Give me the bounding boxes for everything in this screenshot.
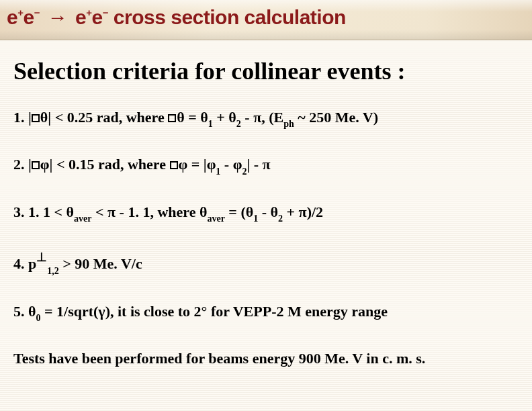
c2-sub-b: 2 [242, 167, 247, 177]
delta-box-icon [32, 161, 40, 169]
c1-sub-b: 2 [236, 119, 241, 129]
c3-sub2: aver [207, 214, 224, 224]
c3-sub-b: 2 [278, 214, 283, 224]
c1-th-a: θ [200, 109, 208, 126]
c5-gamma: γ [98, 303, 105, 320]
c3-th-b: θ [271, 203, 278, 220]
criterion-1: 1. |θ| < 0.25 rad, where θ = θ1 + θ2 - π… [13, 107, 519, 133]
c3-mid1: < [91, 203, 107, 220]
c2-ph-b: φ [233, 156, 242, 173]
title-sup-plus1: + [17, 7, 23, 18]
c3-th1: θ [66, 203, 74, 220]
c4-num: 4. p [13, 256, 36, 273]
c5-sub: 0 [36, 313, 40, 323]
c3-tail: )/2 [307, 203, 323, 220]
criterion-5: 5. θ0 = 1/sqrt(γ), it is close to 2° for… [13, 302, 519, 327]
c3-th-a: θ [246, 203, 253, 220]
c2-phi1: φ [40, 156, 50, 173]
c4-tail: > 90 Me. V/c [59, 256, 142, 273]
c2-bar: | - [247, 156, 262, 173]
c1-tail1: , (E [261, 109, 283, 126]
c5-tail: ), it is close to 2° for VEPP-2 M energy… [105, 303, 388, 320]
c1-num: 1. | [13, 109, 32, 126]
c1-after1: | < 0.25 rad, where [48, 109, 168, 126]
c3-minus: - [258, 203, 270, 220]
title-sup-plus2: + [86, 7, 91, 18]
c3-plus: + [283, 203, 299, 220]
c2-after1: | < 0.15 rad, where [50, 156, 170, 173]
c3-eq: = ( [225, 203, 246, 220]
perp-icon: ⊥ [36, 250, 47, 264]
c1-minus: - [241, 109, 253, 126]
title-arrow-icon: → [45, 6, 71, 28]
c5-mid: = 1/sqrt( [40, 303, 98, 320]
c3-pi1: π [107, 203, 116, 220]
delta-box-icon [170, 161, 178, 169]
title-sup-minus1: − [34, 7, 40, 18]
c2-sub-a: 1 [216, 167, 220, 177]
c1-eq: = [185, 109, 201, 126]
title-e3: e [75, 6, 86, 28]
title-e2: e [23, 6, 34, 28]
delta-box-icon [32, 114, 40, 122]
c1-theta1: θ [40, 109, 48, 126]
section-title: Selection criteria for collinear events … [13, 58, 519, 85]
c1-th-b: θ [228, 109, 236, 126]
title-bar: e+e− → e+e− cross section calculation [0, 0, 532, 40]
c1-theta2: θ [177, 109, 184, 126]
title-e1: e [7, 6, 17, 28]
c3-sub1: aver [74, 214, 91, 224]
title-sup-minus2: − [103, 7, 108, 18]
tests-note: Tests have been performed for beams ener… [13, 349, 519, 369]
c1-tail2: ~ 250 Me. V) [294, 109, 378, 126]
title-rest: cross section calculation [108, 6, 346, 28]
c1-pi: π [253, 109, 261, 126]
title-e4: e [92, 6, 103, 28]
c5-num: 5. [13, 303, 28, 320]
c1-sub-a: 1 [208, 119, 213, 129]
c3-num: 3. 1. 1 < [13, 203, 66, 220]
content-area: Selection criteria for collinear events … [0, 40, 532, 369]
c3-pi2: π [299, 203, 307, 220]
criterion-4: 4. p⊥1,2 > 90 Me. V/c [13, 249, 519, 280]
criterion-3: 3. 1. 1 < θaver < π - 1. 1, where θaver … [13, 202, 519, 228]
c2-ph-a: φ [207, 156, 216, 173]
c2-eq: = | [187, 156, 206, 173]
c1-plus: + [213, 109, 229, 126]
c1-sub-ph: ph [283, 119, 294, 129]
c2-pi: π [263, 156, 271, 173]
c2-minus1: - [220, 156, 232, 173]
slide-title: e+e− → e+e− cross section calculation [7, 5, 525, 30]
c2-num: 2. | [13, 156, 32, 173]
c5-th: θ [28, 303, 36, 320]
delta-box-icon [168, 114, 176, 122]
c3-mid2: - 1. 1, where [116, 203, 200, 220]
slide: e+e− → e+e− cross section calculation Se… [0, 0, 532, 411]
c4-sub: 1,2 [47, 266, 59, 276]
c3-th2: θ [200, 203, 207, 220]
c2-phi2: φ [179, 156, 188, 173]
criterion-2: 2. |φ| < 0.15 rad, where φ = |φ1 - φ2| -… [13, 154, 519, 180]
c3-sub-a: 1 [253, 214, 258, 224]
